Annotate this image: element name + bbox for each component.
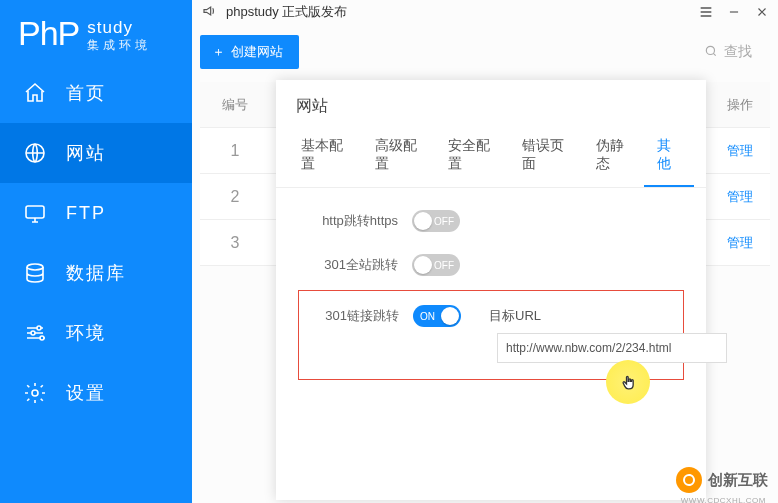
gear-icon <box>22 380 48 406</box>
announcement-icon <box>202 3 218 22</box>
titlebar: phpstudy 正式版发布 <box>192 0 778 22</box>
nav-database-label: 数据库 <box>66 261 126 285</box>
tab-security[interactable]: 安全配置 <box>435 127 509 187</box>
row-num: 2 <box>200 188 270 206</box>
dialog-title: 网站 <box>276 80 706 127</box>
logo: PhP study 集成环境 <box>0 0 192 63</box>
svg-point-7 <box>706 46 714 54</box>
tab-pseudo[interactable]: 伪静态 <box>583 127 645 187</box>
announcement-text: phpstudy 正式版发布 <box>226 3 347 21</box>
search-icon <box>704 44 718 61</box>
row-num: 1 <box>200 142 270 160</box>
search-box[interactable]: 查找 <box>704 43 770 61</box>
logo-main: PhP <box>18 14 79 53</box>
tab-error[interactable]: 错误页面 <box>509 127 583 187</box>
search-placeholder: 查找 <box>724 43 752 61</box>
watermark-badge-icon <box>676 467 702 493</box>
site-dialog: 网站 基本配置 高级配置 安全配置 错误页面 伪静态 其他 http跳转http… <box>276 80 706 500</box>
manage-link[interactable]: 管理 <box>727 235 753 250</box>
manage-link[interactable]: 管理 <box>727 189 753 204</box>
row-http-https: http跳转https OFF <box>298 210 684 232</box>
target-url-label: 目标URL <box>489 307 541 325</box>
watermark: 创新互联 <box>676 467 768 493</box>
create-site-label: 创建网站 <box>231 43 283 61</box>
watermark-url: WWW.CDCXHL.COM <box>681 496 766 503</box>
nav-ftp-label: FTP <box>66 203 106 224</box>
dialog-body: http跳转https OFF 301全站跳转 OFF 301链接跳转 ON 目… <box>276 188 706 402</box>
nav-ftp[interactable]: FTP <box>0 183 192 243</box>
toggle-301-site[interactable]: OFF <box>412 254 460 276</box>
col-op: 操作 <box>710 96 770 114</box>
tab-other[interactable]: 其他 <box>644 127 694 187</box>
row-301-site: 301全站跳转 OFF <box>298 254 684 276</box>
tab-advanced[interactable]: 高级配置 <box>362 127 436 187</box>
dialog-tabs: 基本配置 高级配置 安全配置 错误页面 伪静态 其他 <box>276 127 706 188</box>
close-button[interactable] <box>754 4 770 20</box>
label-http-https: http跳转https <box>298 212 398 230</box>
svg-point-4 <box>31 331 35 335</box>
home-icon <box>22 80 48 106</box>
watermark-text: 创新互联 <box>708 471 768 490</box>
svg-point-6 <box>32 390 38 396</box>
nav-home-label: 首页 <box>66 81 106 105</box>
nav-website[interactable]: 网站 <box>0 123 192 183</box>
tab-basic[interactable]: 基本配置 <box>288 127 362 187</box>
monitor-icon <box>22 200 48 226</box>
row-num: 3 <box>200 234 270 252</box>
row-301-link: 301链接跳转 ON 目标URL <box>311 305 671 327</box>
highlight-301-link: 301链接跳转 ON 目标URL <box>298 290 684 380</box>
minimize-button[interactable] <box>726 4 742 20</box>
target-url-input[interactable] <box>497 333 727 363</box>
logo-sub1: study <box>87 18 151 38</box>
label-301-site: 301全站跳转 <box>298 256 398 274</box>
nav-home[interactable]: 首页 <box>0 63 192 123</box>
menu-icon[interactable] <box>698 4 714 20</box>
sliders-icon <box>22 320 48 346</box>
nav-website-label: 网站 <box>66 141 106 165</box>
nav-settings[interactable]: 设置 <box>0 363 192 423</box>
nav-database[interactable]: 数据库 <box>0 243 192 303</box>
plus-icon: ＋ <box>212 43 225 61</box>
toggle-http-https[interactable]: OFF <box>412 210 460 232</box>
nav-environment-label: 环境 <box>66 321 106 345</box>
svg-point-5 <box>40 336 44 340</box>
toggle-301-link[interactable]: ON <box>413 305 461 327</box>
svg-point-2 <box>27 264 43 270</box>
logo-sub2: 集成环境 <box>87 38 151 52</box>
svg-point-3 <box>37 326 41 330</box>
nav-environment[interactable]: 环境 <box>0 303 192 363</box>
col-num: 编号 <box>200 96 270 114</box>
sidebar: PhP study 集成环境 首页 网站 FTP 数据库 环境 <box>0 0 192 503</box>
label-301-link: 301链接跳转 <box>311 307 399 325</box>
toolbar: ＋ 创建网站 查找 <box>200 28 770 76</box>
svg-rect-1 <box>26 206 44 218</box>
globe-icon <box>22 140 48 166</box>
manage-link[interactable]: 管理 <box>727 143 753 158</box>
create-site-button[interactable]: ＋ 创建网站 <box>200 35 299 69</box>
nav-settings-label: 设置 <box>66 381 106 405</box>
database-icon <box>22 260 48 286</box>
